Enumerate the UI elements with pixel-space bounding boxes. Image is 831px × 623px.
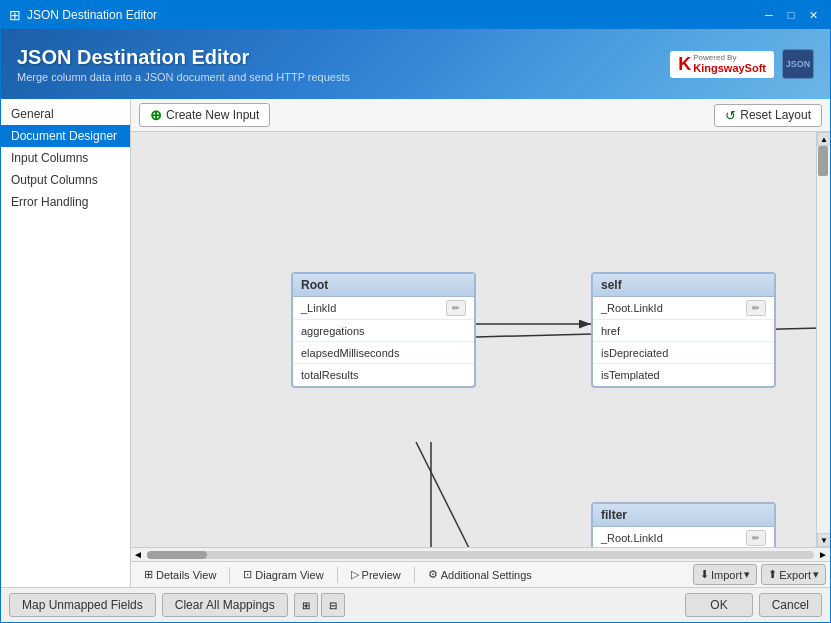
header-left: JSON Destination Editor Merge column dat…: [17, 46, 350, 83]
diagram-view-label: Diagram View: [255, 569, 323, 581]
toolbar-left: ⊕ Create New Input: [139, 103, 270, 127]
horizontal-scrollbar[interactable]: ◄ ►: [131, 547, 830, 561]
footer-icon-2: ⊟: [329, 600, 337, 611]
node-root: Root _LinkId ✏ aggregations: [291, 272, 476, 388]
refresh-icon: ↺: [725, 108, 736, 123]
node-root-header: Root: [293, 274, 474, 297]
details-view-icon: ⊞: [144, 568, 153, 581]
header: JSON Destination Editor Merge column dat…: [1, 29, 830, 99]
tab-details-view[interactable]: ⊞ Details View: [135, 564, 225, 585]
node-self-field-istemplated: isTemplated: [593, 364, 774, 386]
clear-mappings-button[interactable]: Clear All Mappings: [162, 593, 288, 617]
bottom-tabs: ⊞ Details View ⊡ Diagram View ▷ Preview …: [131, 561, 830, 587]
sidebar-item-document-designer[interactable]: Document Designer: [1, 125, 130, 147]
scroll-left-button[interactable]: ◄: [133, 549, 143, 560]
tab-additional-settings[interactable]: ⚙ Additional Settings: [419, 564, 541, 585]
node-self-field-rootlinkid: _Root.LinkId ✏: [593, 297, 774, 320]
create-input-button[interactable]: ⊕ Create New Input: [139, 103, 270, 127]
scroll-up-button[interactable]: ▲: [817, 132, 830, 146]
scroll-track-horizontal: [147, 551, 814, 559]
node-filter: filter _Root.LinkId ✏ href i: [591, 502, 776, 547]
scroll-thumb-horizontal[interactable]: [147, 551, 207, 559]
export-label: Export: [779, 569, 811, 581]
details-view-label: Details View: [156, 569, 216, 581]
main-window: ⊞ JSON Destination Editor ─ □ ✕ JSON Des…: [0, 0, 831, 623]
node-self-field-isdepreciated: isDepreciated: [593, 342, 774, 364]
ok-button[interactable]: OK: [685, 593, 752, 617]
main-content: General Document Designer Input Columns …: [1, 99, 830, 587]
field-name-isdepreciated: isDepreciated: [601, 347, 668, 359]
create-input-label: Create New Input: [166, 108, 259, 122]
field-edit-linkid-button[interactable]: ✏: [446, 300, 466, 316]
field-name-aggregations: aggregations: [301, 325, 365, 337]
node-filter-header: filter: [593, 504, 774, 527]
tab-preview[interactable]: ▷ Preview: [342, 564, 410, 585]
field-edit-rootlinkid-button[interactable]: ✏: [746, 300, 766, 316]
map-unmapped-button[interactable]: Map Unmapped Fields: [9, 593, 156, 617]
scroll-right-button[interactable]: ►: [818, 549, 828, 560]
sidebar: General Document Designer Input Columns …: [1, 99, 131, 587]
node-root-field-totalresults: totalResults: [293, 364, 474, 386]
diagram-canvas: Root _LinkId ✏ aggregations: [131, 132, 830, 547]
node-filter-body: _Root.LinkId ✏ href isDepreciated: [593, 527, 774, 547]
logo-name: KingswaySoft: [693, 62, 766, 74]
scroll-thumb-vertical[interactable]: [818, 146, 828, 176]
node-self: self _Root.LinkId ✏ href isD: [591, 272, 776, 388]
tab-divider-3: [414, 567, 415, 583]
sidebar-item-error-handling[interactable]: Error Handling: [1, 191, 130, 213]
scroll-track-vertical: [817, 146, 830, 533]
node-root-field-elapsed: elapsedMilliseconds: [293, 342, 474, 364]
node-root-body: _LinkId ✏ aggregations elapsedMillisecon…: [293, 297, 474, 386]
sidebar-item-input-columns[interactable]: Input Columns: [1, 147, 130, 169]
footer-right: OK Cancel: [685, 593, 822, 617]
sidebar-item-output-columns[interactable]: Output Columns: [1, 169, 130, 191]
close-button[interactable]: ✕: [804, 6, 822, 24]
tab-divider-2: [337, 567, 338, 583]
header-title: JSON Destination Editor: [17, 46, 350, 69]
footer-icon-1: ⊞: [302, 600, 310, 611]
footer: Map Unmapped Fields Clear All Mappings ⊞…: [1, 587, 830, 622]
node-self-field-href: href: [593, 320, 774, 342]
field-edit-filter-rootlinkid-button[interactable]: ✏: [746, 530, 766, 546]
field-name-root-linkid: _Root.LinkId: [601, 302, 663, 314]
footer-icon-btn-2[interactable]: ⊟: [321, 593, 345, 617]
import-label: Import: [711, 569, 742, 581]
logo-k-letter: K: [678, 54, 691, 75]
logo-powered-by: Powered By: [693, 54, 766, 62]
export-button[interactable]: ⬆ Export ▾: [761, 564, 826, 585]
content-area: ⊕ Create New Input ↺ Reset Layout: [131, 99, 830, 587]
field-name-elapsed: elapsedMilliseconds: [301, 347, 399, 359]
node-self-header: self: [593, 274, 774, 297]
reset-layout-button[interactable]: ↺ Reset Layout: [714, 104, 822, 127]
diagram-scroll[interactable]: Root _LinkId ✏ aggregations: [131, 132, 830, 547]
minimize-button[interactable]: ─: [760, 6, 778, 24]
import-export-group: ⬇ Import ▾ ⬆ Export ▾: [693, 564, 826, 585]
footer-left: Map Unmapped Fields Clear All Mappings ⊞…: [9, 593, 679, 617]
sidebar-item-general[interactable]: General: [1, 103, 130, 125]
scroll-down-button[interactable]: ▼: [817, 533, 830, 547]
import-icon: ⬇: [700, 568, 709, 581]
app-icon: ⊞: [9, 7, 21, 23]
header-subtitle: Merge column data into a JSON document a…: [17, 71, 350, 83]
cancel-button[interactable]: Cancel: [759, 593, 822, 617]
import-button[interactable]: ⬇ Import ▾: [693, 564, 757, 585]
export-icon: ⬆: [768, 568, 777, 581]
header-right: K Powered By KingswaySoft JSON: [670, 49, 814, 79]
field-name-istemplated: isTemplated: [601, 369, 660, 381]
vertical-scrollbar[interactable]: ▲ ▼: [816, 132, 830, 547]
field-name-href: href: [601, 325, 620, 337]
node-self-body: _Root.LinkId ✏ href isDepreciated: [593, 297, 774, 386]
node-root-field-linkid: _LinkId ✏: [293, 297, 474, 320]
diagram-view-icon: ⊡: [243, 568, 252, 581]
svg-line-2: [416, 442, 471, 547]
tab-diagram-view[interactable]: ⊡ Diagram View: [234, 564, 332, 585]
additional-settings-label: Additional Settings: [441, 569, 532, 581]
footer-icon-btn-1[interactable]: ⊞: [294, 593, 318, 617]
window-title: JSON Destination Editor: [27, 8, 760, 22]
preview-label: Preview: [362, 569, 401, 581]
maximize-button[interactable]: □: [782, 6, 800, 24]
toolbar: ⊕ Create New Input ↺ Reset Layout: [131, 99, 830, 132]
settings-icon: ⚙: [428, 568, 438, 581]
window-controls: ─ □ ✕: [760, 6, 822, 24]
import-chevron-icon: ▾: [744, 568, 750, 581]
